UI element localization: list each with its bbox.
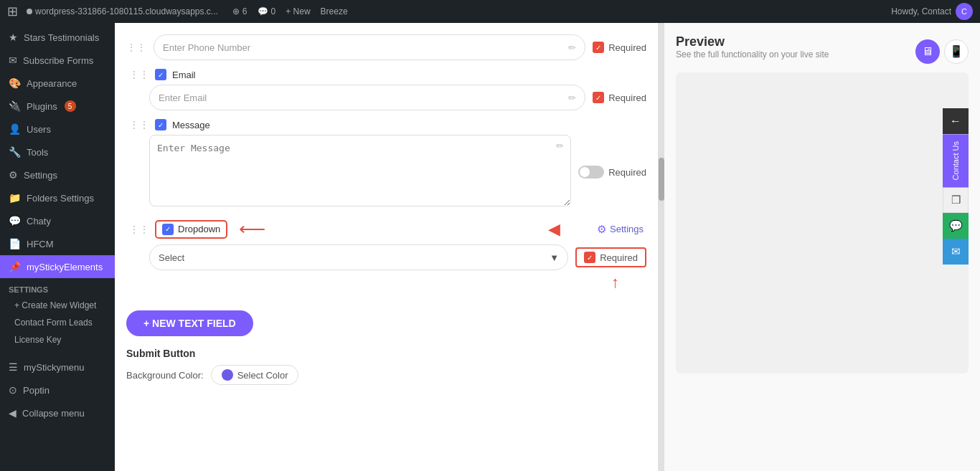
menu-icon: ☰ — [9, 361, 18, 373]
dropdown-placeholder: Select — [159, 252, 184, 263]
color-swatch — [222, 369, 233, 381]
sidebar-item-subscribe-forms[interactable]: ✉ Subscribe Forms — [0, 49, 115, 72]
new-button[interactable]: + New — [286, 6, 310, 16]
phone-input[interactable]: Enter Phone Number ✏ — [154, 34, 585, 60]
sidebar-item-stars-testimonials[interactable]: ★ Stars Testimonials — [0, 26, 115, 49]
widget-back-button[interactable]: ← — [943, 108, 969, 134]
whatsapp-icon: 💬 — [949, 219, 963, 232]
sidebar-item-collapse-menu[interactable]: ◀ Collapse menu — [0, 401, 115, 424]
content-area: ⋮⋮ Enter Phone Number ✏ ✓ Required ⋮⋮ ✓ — [115, 23, 980, 471]
sidebar-item-mystickymenu[interactable]: ☰ myStickymenu — [0, 356, 115, 379]
email-input[interactable]: Enter Email ✏ — [149, 85, 585, 110]
plugin-icon: 🔌 — [9, 100, 21, 112]
sidebar: ★ Stars Testimonials ✉ Subscribe Forms 🎨… — [0, 23, 115, 471]
scroll-thumb[interactable] — [659, 158, 664, 201]
main-layout: ★ Stars Testimonials ✉ Subscribe Forms 🎨… — [0, 23, 980, 471]
widget-sidebar: ← Contact Us ❒ 💬 ✉ — [943, 108, 969, 265]
wp-logo-icon[interactable]: ⊞ — [7, 4, 18, 19]
email-edit-icon[interactable]: ✏ — [568, 92, 576, 103]
email-drag-handle[interactable]: ⋮⋮ — [129, 69, 149, 80]
message-edit-icon[interactable]: ✏ — [556, 141, 564, 151]
email-required-checkbox[interactable]: ✓ — [593, 92, 604, 103]
dropdown-arrow-left-icon: ⟵ — [239, 218, 265, 240]
dropdown-required-outlined: ✓ Required — [575, 247, 646, 267]
appearance-icon: 🎨 — [9, 77, 21, 89]
phone-edit-icon[interactable]: ✏ — [568, 42, 576, 53]
phone-placeholder: Enter Phone Number — [163, 42, 250, 53]
message-label: Message — [172, 120, 210, 130]
bookmark-icon: ❒ — [951, 194, 961, 206]
preview-title: Preview — [676, 34, 829, 49]
phone-required-checkbox[interactable]: ✓ — [593, 42, 604, 53]
new-text-field-button[interactable]: + NEW TEXT FIELD — [126, 310, 253, 336]
dropdown-label: Dropdown — [178, 224, 220, 234]
dropdown-checkbox[interactable]: ✓ — [162, 224, 174, 235]
sidebar-item-plugins[interactable]: 🔌 Plugins 5 — [0, 95, 115, 118]
submit-section: Submit Button Background Color: Select C… — [126, 348, 646, 385]
phone-input-row: ⋮⋮ Enter Phone Number ✏ ✓ Required — [126, 34, 646, 60]
karma-count[interactable]: ⊕ 6 — [232, 6, 248, 16]
message-required-row: Required — [578, 166, 646, 179]
users-icon: 👤 — [9, 123, 21, 135]
hfcm-icon: 📄 — [9, 238, 21, 249]
email-field-header: ⋮⋮ ✓ Email — [126, 69, 646, 80]
desktop-preview-button[interactable]: 🖥 — [915, 39, 940, 64]
message-checkbox[interactable]: ✓ — [155, 119, 166, 130]
desktop-icon: 🖥 — [922, 45, 933, 58]
message-drag-handle[interactable]: ⋮⋮ — [129, 119, 149, 130]
dropdown-input-row: Select ▼ ✓ Required — [126, 244, 646, 270]
comment-count[interactable]: 💬 0 — [258, 6, 276, 16]
phone-drag-handle[interactable]: ⋮⋮ — [126, 42, 146, 53]
sidebar-item-hfcm[interactable]: 📄 HFCM — [0, 232, 115, 255]
message-textarea[interactable] — [149, 135, 571, 206]
sidebar-item-poptin[interactable]: ⊙ Poptin — [0, 379, 115, 401]
preview-title-block: Preview See the full functionality on yo… — [676, 34, 829, 68]
sidebar-item-mystickyelements[interactable]: 📌 myStickyElements — [0, 255, 115, 278]
email-field-section: ⋮⋮ ✓ Email Enter Email ✏ ✓ Required — [126, 69, 646, 110]
dropdown-select[interactable]: Select ▼ — [149, 244, 568, 270]
dropdown-drag-handle[interactable]: ⋮⋮ — [129, 224, 149, 235]
admin-bar-right: Howdy, Contact C — [891, 3, 973, 20]
annotation-arrow-up-icon: ↑ — [611, 273, 619, 292]
preview-device-buttons: 🖥 📱 — [915, 39, 969, 64]
color-row: Background Color: Select Color — [126, 365, 646, 385]
message-required-toggle[interactable] — [578, 166, 604, 179]
widget-bookmark-tab[interactable]: ❒ — [943, 187, 969, 213]
chat-icon: 💬 — [9, 215, 21, 227]
preview-panel: Preview See the full functionality on yo… — [664, 23, 980, 471]
sidebar-sub-create-new-widget[interactable]: + Create New Widget — [0, 297, 115, 314]
dropdown-chevron-icon: ▼ — [550, 252, 559, 263]
email-checkbox[interactable]: ✓ — [155, 69, 166, 80]
select-color-button[interactable]: Select Color — [211, 365, 299, 385]
contact-us-label: Contact Us — [951, 141, 960, 180]
email-required-label: Required — [608, 92, 646, 103]
sidebar-sub-license-key[interactable]: License Key — [0, 331, 115, 348]
site-url[interactable]: wordpress-331866-1080115.cloudwaysapps.c… — [27, 6, 218, 16]
sidebar-item-tools[interactable]: 🔧 Tools — [0, 141, 115, 163]
messenger-icon: ✉ — [951, 245, 961, 258]
admin-bar-items: ⊕ 6 💬 0 + New Breeze — [232, 6, 348, 16]
sidebar-sub-contact-form-leads[interactable]: Contact Form Leads — [0, 314, 115, 331]
sidebar-item-users[interactable]: 👤 Users — [0, 118, 115, 141]
dropdown-settings-button[interactable]: ⚙ Settings — [597, 223, 644, 236]
mobile-preview-button[interactable]: 📱 — [944, 39, 969, 64]
sidebar-item-settings[interactable]: ⚙ Settings — [0, 163, 115, 186]
dropdown-required-checkbox[interactable]: ✓ — [584, 252, 595, 263]
email-placeholder: Enter Email — [159, 92, 207, 103]
widget-contact-us-tab[interactable]: Contact Us — [943, 134, 969, 187]
widget-messenger-tab[interactable]: ✉ — [943, 239, 969, 265]
avatar[interactable]: C — [956, 3, 973, 20]
sidebar-item-folders-settings[interactable]: 📁 Folders Settings — [0, 186, 115, 209]
widget-whatsapp-tab[interactable]: 💬 — [943, 213, 969, 239]
sidebar-item-appearance[interactable]: 🎨 Appearance — [0, 72, 115, 95]
settings-icon: ⚙ — [9, 169, 18, 181]
settings-section-label: Settings — [0, 278, 115, 297]
email-required-row: ✓ Required — [593, 92, 646, 103]
tools-icon: 🔧 — [9, 146, 21, 158]
annotation-arrow-up-container: ↑ — [126, 273, 646, 292]
message-field-header: ⋮⋮ ✓ Message — [126, 119, 646, 130]
scroll-indicator[interactable] — [659, 23, 664, 471]
settings-gear-icon: ⚙ — [597, 223, 606, 236]
sidebar-item-chaty[interactable]: 💬 Chaty — [0, 209, 115, 232]
sticky-icon: 📌 — [9, 261, 21, 272]
